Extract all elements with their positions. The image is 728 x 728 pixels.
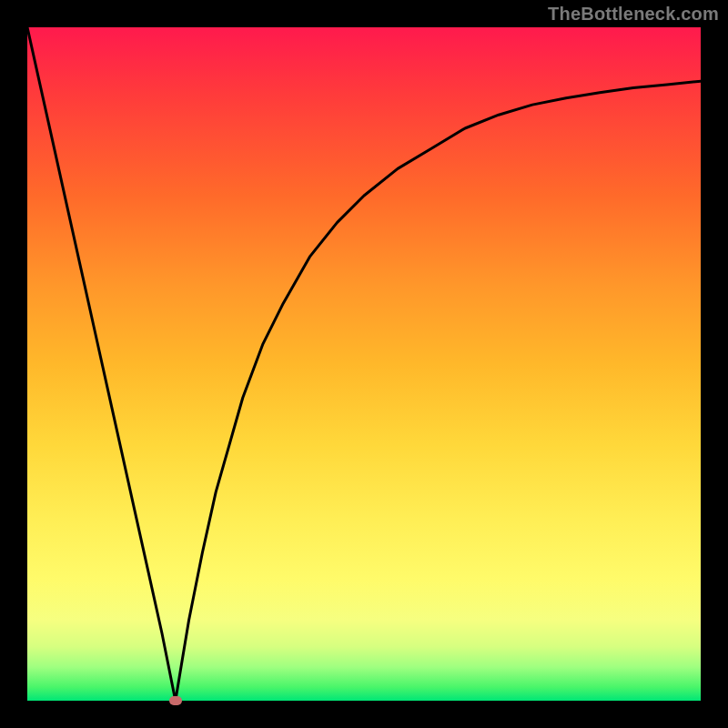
minimum-marker — [169, 696, 182, 705]
bottleneck-curve — [27, 27, 701, 701]
chart-frame: TheBottleneck.com — [0, 0, 728, 728]
watermark-text: TheBottleneck.com — [548, 4, 719, 25]
plot-area — [27, 27, 701, 701]
